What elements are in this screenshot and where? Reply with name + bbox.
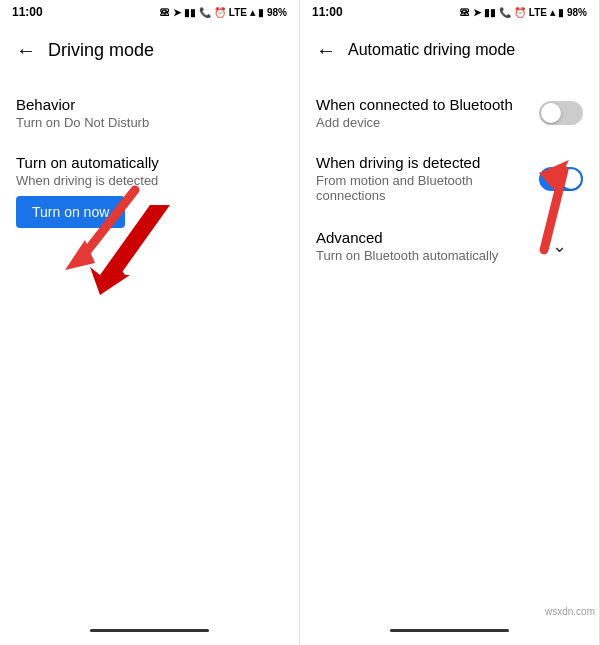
right-status-icons: 🕾 ➤ ▮▮ 📞 ⏰ LTE ▴ ▮ 98%	[460, 7, 587, 18]
battery-icon: ▮	[258, 7, 264, 18]
left-bottom-bar	[0, 621, 299, 645]
right-alarm-icon: ⏰	[514, 7, 526, 18]
signal-icon: ▮▮	[184, 7, 196, 18]
behavior-title: Behavior	[16, 96, 283, 113]
right-battery-icon: ▮	[558, 7, 564, 18]
driving-toggle-thumb	[561, 169, 581, 189]
left-header: ← Driving mode	[0, 24, 299, 76]
right-status-bar: 11:00 🕾 ➤ ▮▮ 📞 ⏰ LTE ▴ ▮ 98%	[300, 0, 599, 24]
right-page-title: Automatic driving mode	[348, 41, 515, 59]
behavior-subtitle: Turn on Do Not Disturb	[16, 115, 283, 130]
left-status-icons: 🕾 ➤ ▮▮ 📞 ⏰ LTE ▴ ▮ 98%	[160, 7, 287, 18]
whatsapp-icon: 🕾	[160, 7, 170, 18]
right-signal-icon: ▮▮	[484, 7, 496, 18]
auto-turn-on-title: Turn on automatically	[16, 154, 283, 171]
left-panel: 11:00 🕾 ➤ ▮▮ 📞 ⏰ LTE ▴ ▮ 98% ← Driving m…	[0, 0, 300, 645]
right-panel: 11:00 🕾 ➤ ▮▮ 📞 ⏰ LTE ▴ ▮ 98% ← Automatic…	[300, 0, 600, 645]
alarm-icon: ⏰	[214, 7, 226, 18]
wifi-icon: ▴	[250, 7, 255, 18]
right-home-indicator	[390, 629, 510, 632]
bluetooth-toggle-thumb	[541, 103, 561, 123]
battery-pct-left: 98%	[267, 7, 287, 18]
left-content: Behavior Turn on Do Not Disturb Turn on …	[0, 76, 299, 621]
right-wifi-icon: ▴	[550, 7, 555, 18]
right-phone-icon: 📞	[499, 7, 511, 18]
left-time: 11:00	[12, 5, 43, 19]
bluetooth-setting[interactable]: When connected to Bluetooth Add device	[300, 84, 599, 142]
right-telegram-icon: ➤	[473, 7, 481, 18]
phone-icon: 📞	[199, 7, 211, 18]
lte-icon: LTE	[229, 7, 247, 18]
advanced-chevron-icon: ⌄	[536, 227, 583, 265]
bluetooth-text: When connected to Bluetooth Add device	[316, 96, 513, 130]
left-back-button[interactable]: ←	[16, 39, 36, 62]
right-whatsapp-icon: 🕾	[460, 7, 470, 18]
right-lte-icon: LTE	[529, 7, 547, 18]
right-header: ← Automatic driving mode	[300, 24, 599, 76]
advanced-subtitle: Turn on Bluetooth automatically	[316, 248, 498, 263]
turn-on-now-button[interactable]: Turn on now	[16, 196, 125, 228]
bluetooth-title: When connected to Bluetooth	[316, 96, 513, 113]
auto-turn-on-subtitle: When driving is detected	[16, 173, 283, 188]
behavior-setting[interactable]: Behavior Turn on Do Not Disturb	[0, 84, 299, 142]
driving-detected-subtitle: From motion and Bluetooth connections	[316, 173, 516, 203]
left-status-bar: 11:00 🕾 ➤ ▮▮ 📞 ⏰ LTE ▴ ▮ 98%	[0, 0, 299, 24]
watermark: wsxdn.com	[545, 606, 595, 617]
left-home-indicator	[90, 629, 210, 632]
driving-detected-setting[interactable]: When driving is detected From motion and…	[300, 142, 599, 215]
right-time: 11:00	[312, 5, 343, 19]
auto-turn-on-setting[interactable]: Turn on automatically When driving is de…	[0, 142, 299, 240]
bluetooth-subtitle: Add device	[316, 115, 513, 130]
driving-detected-title: When driving is detected	[316, 154, 516, 171]
right-back-button[interactable]: ←	[316, 39, 336, 62]
bluetooth-toggle[interactable]	[539, 101, 583, 125]
driving-toggle[interactable]	[539, 167, 583, 191]
left-page-title: Driving mode	[48, 40, 154, 61]
telegram-icon: ➤	[173, 7, 181, 18]
advanced-setting[interactable]: Advanced Turn on Bluetooth automatically…	[300, 215, 599, 277]
right-battery-pct: 98%	[567, 7, 587, 18]
right-content: When connected to Bluetooth Add device W…	[300, 76, 599, 621]
advanced-title: Advanced	[316, 229, 498, 246]
advanced-text: Advanced Turn on Bluetooth automatically	[316, 229, 498, 263]
right-bottom-bar	[300, 621, 599, 645]
driving-detected-text: When driving is detected From motion and…	[316, 154, 516, 203]
